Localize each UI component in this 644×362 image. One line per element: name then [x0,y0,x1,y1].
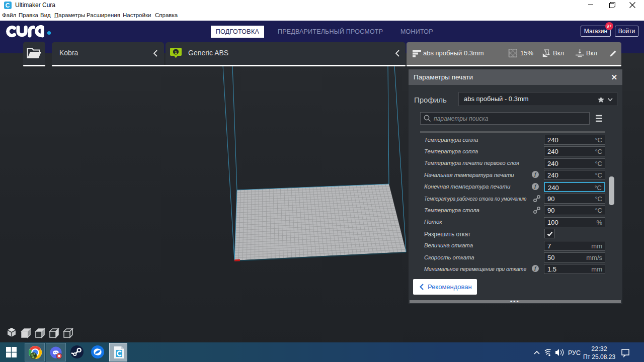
svg-text:Пт 25.08.23: Пт 25.08.23 [583,353,615,360]
svg-text:РУС: РУС [568,349,581,356]
svg-text:22:32: 22:32 [591,345,607,352]
svg-text:1: 1 [175,49,178,55]
